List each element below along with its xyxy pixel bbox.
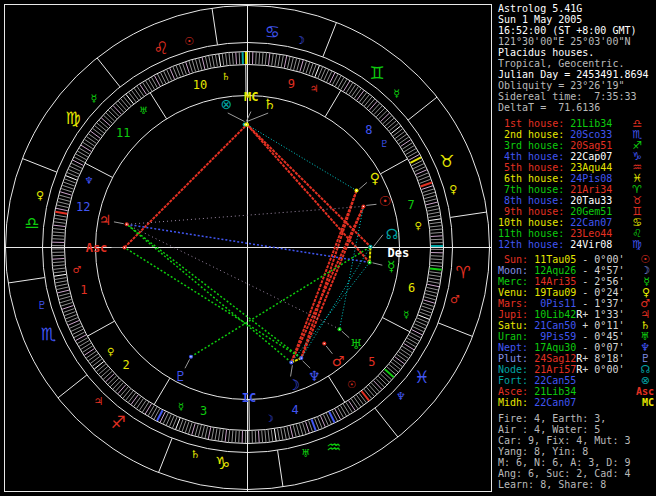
degree-tick: [302, 423, 306, 434]
degree-tick: [255, 431, 256, 443]
degree-tick: [113, 106, 121, 115]
degree-tick: [225, 430, 226, 442]
degree-tick: [364, 97, 372, 106]
planet-velocity: - 0°45': [582, 331, 624, 342]
degree-tick: [90, 356, 100, 363]
degree-tick: [395, 357, 405, 364]
pointer-line: [342, 331, 349, 338]
degree-tick: [62, 306, 73, 310]
degree-tick: [93, 128, 103, 135]
planet-position-value: 24Sag12: [534, 353, 576, 364]
planet-glyph-moon: ☽: [287, 377, 300, 393]
planet-row: Fort: 22Can55 ⊗: [498, 375, 656, 386]
degree-tick: [430, 232, 442, 233]
degree-tick: [369, 385, 377, 394]
sign-boundary: [278, 450, 283, 487]
planet-velocity: - 2°56': [582, 276, 624, 287]
planet-position-value: 14Ari35: [534, 276, 576, 287]
planet-position-value: 21Can50: [534, 320, 576, 331]
degree-tick: [186, 62, 190, 73]
degree-tick: [357, 90, 364, 100]
degree-tick: [359, 93, 366, 103]
degree-tick: [55, 215, 67, 217]
position-dot-core: [124, 247, 125, 248]
position-dot-core: [369, 262, 370, 263]
degree-tick: [88, 354, 98, 361]
house-label: 4th house:: [498, 151, 570, 162]
degree-tick: [57, 205, 69, 208]
degree-tick: [312, 419, 316, 430]
house-label: 12th house:: [498, 239, 570, 250]
summary-line: Yang: 8, Yin: 8: [498, 446, 656, 457]
sign-ruler-icon: ♇: [37, 299, 47, 312]
sign-glyph-capricorn: ♑: [215, 453, 230, 473]
house-cusp-value: 21Ari34: [570, 184, 612, 195]
planet-position-value: 12Aqu26: [534, 265, 576, 276]
degree-tick: [134, 397, 141, 407]
degree-tick: [212, 55, 214, 67]
degree-tick: [57, 202, 69, 205]
aspect-line-trine-neptune-jupiter: [127, 224, 302, 358]
degree-tick: [232, 430, 233, 442]
degree-tick: [427, 209, 439, 211]
planet-velocity: + 0°00': [582, 364, 624, 375]
degree-tick: [391, 362, 400, 369]
planet-row: Sun: 11Tau05 - 0°00'☉: [498, 254, 656, 265]
degree-tick: [354, 397, 361, 407]
degree-tick: [429, 275, 441, 277]
planet-position-value: 21Lib34: [534, 386, 576, 397]
sign-ruler-icon: ☿: [91, 92, 98, 105]
degree-tick: [429, 219, 441, 221]
sign-glyph-gemini: ♊: [369, 63, 384, 83]
degree-tick: [272, 54, 274, 66]
degree-tick: [56, 208, 68, 210]
planet-row: Satu: 21Can50 + 0°11'♄: [498, 320, 656, 331]
house-cusp-line: [154, 378, 170, 405]
pointer-line: [373, 263, 383, 265]
angle-label-des: Des: [388, 246, 410, 260]
planet-velocity: - 0°07': [582, 342, 624, 353]
degree-tick: [55, 278, 67, 280]
planet-row: Merc: 14Ari35 - 2°56'☿: [498, 276, 656, 287]
degree-tick: [215, 55, 217, 67]
detriment-icon: ♄: [221, 71, 230, 82]
degree-tick: [265, 53, 266, 65]
aspect-line-trine-moon-jupiter: [127, 224, 292, 362]
summary-line: Car: 9, Fix: 4, Mut: 3: [498, 435, 656, 446]
degree-tick: [296, 424, 299, 436]
house-cusp-line: [328, 376, 345, 402]
degree-tick: [139, 400, 146, 410]
degree-tick: [424, 192, 436, 195]
degree-tick: [389, 123, 398, 131]
degree-tick: [87, 137, 97, 144]
header-line: Astrolog 5.41G: [498, 3, 656, 14]
planet-glyph-pluto: ♇: [175, 368, 188, 384]
position-dot-core: [324, 343, 325, 344]
degree-tick: [182, 420, 186, 431]
pointer-line: [373, 235, 382, 247]
degree-tick: [54, 222, 66, 224]
degree-tick: [52, 235, 64, 236]
planet-glyph-sun: ☉: [379, 193, 392, 209]
position-dot-core: [363, 206, 364, 207]
degree-tick: [275, 54, 277, 66]
header-line: DeltaT = 71.6136: [498, 102, 656, 113]
planet-position-value: 22Can07: [534, 397, 576, 408]
detriment-icon: ♃: [310, 83, 319, 94]
degree-tick: [262, 430, 263, 442]
position-dot-core: [126, 224, 127, 225]
pointer-line: [366, 204, 376, 205]
degree-tick: [431, 239, 443, 240]
angle-label-ic: IC: [242, 391, 256, 405]
degree-tick: [426, 291, 438, 294]
sign-glyph-aquarius: ♒: [326, 437, 341, 457]
degree-tick: [56, 284, 68, 286]
house-cusp-line: [380, 159, 407, 174]
degree-tick: [294, 58, 297, 70]
aspect-line-square-venus-moon: [291, 191, 356, 363]
degree-tick: [106, 113, 115, 121]
degree-tick: [427, 205, 439, 208]
house-cusp-value: 20Sco33: [570, 129, 612, 140]
sign-glyph-aries: ♈: [455, 262, 470, 282]
position-dot-core: [291, 362, 292, 363]
